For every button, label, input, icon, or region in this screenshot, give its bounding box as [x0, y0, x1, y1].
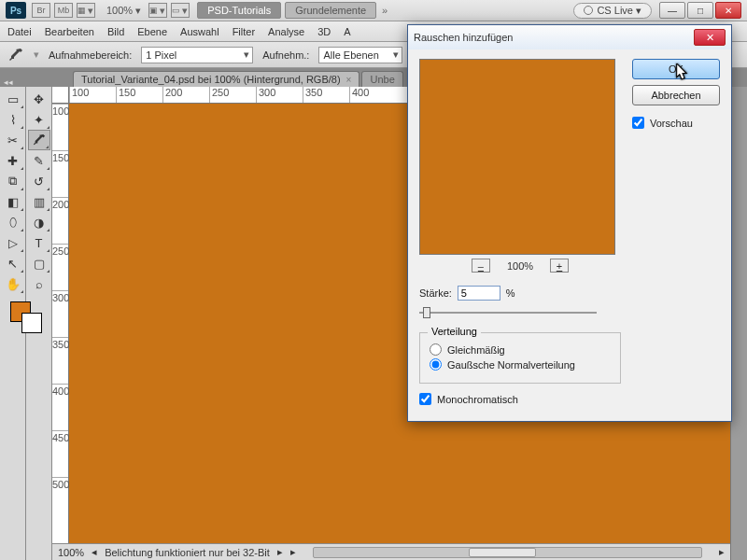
status-bar: 100% ◂ Belichtung funktioniert nur bei 3…	[52, 543, 730, 560]
dialog-close-button[interactable]: ✕	[694, 29, 726, 46]
screenmode-button[interactable]: ▭▾	[171, 3, 190, 18]
uniform-label: Gleichmäßig	[447, 344, 505, 356]
window-minimize-button[interactable]: —	[659, 2, 685, 19]
amount-unit: %	[506, 287, 515, 299]
menu-datei[interactable]: Datei	[7, 26, 32, 37]
status-menu-icon[interactable]: ▸	[290, 546, 296, 558]
amount-label: Stärke:	[419, 287, 452, 299]
amount-input[interactable]	[458, 286, 500, 301]
menu-auswahl[interactable]: Auswahl	[180, 26, 219, 37]
menu-filter[interactable]: Filter	[233, 26, 255, 37]
minibridge-button[interactable]: Mb	[54, 3, 73, 18]
document-tab-1[interactable]: Tutorial_Variante_04.psd bei 100% (Hinte…	[73, 71, 359, 87]
ruler-tick: 400	[349, 87, 396, 103]
zoom-dropdown[interactable]: 100% ▾	[106, 5, 141, 17]
crop-tool[interactable]: ✂	[2, 130, 24, 150]
dodge-tool[interactable]: ◑	[28, 212, 50, 232]
gradient-tool[interactable]: ▥	[28, 191, 50, 212]
ruler-tick: 150	[116, 87, 162, 103]
add-noise-dialog: Rauschen hinzufügen ✕ – 100% + Stärke: %	[407, 24, 732, 422]
monochromatic-checkbox[interactable]: Monochromatisch	[419, 393, 621, 405]
ruler-tick: 500	[52, 477, 68, 524]
cslive-button[interactable]: CS Live ▾	[573, 3, 652, 19]
document-tab-2-label: Unbe	[370, 74, 394, 85]
ruler-tick: 200	[162, 87, 209, 103]
workspace-tab-grundelemente[interactable]: Grundelemente	[285, 2, 376, 19]
shape-tool[interactable]: ▢	[28, 253, 50, 273]
ruler-tick: 300	[256, 87, 303, 103]
wand-tool[interactable]: ✦	[28, 109, 50, 130]
ruler-origin[interactable]	[52, 87, 69, 104]
zoom-out-button[interactable]: –	[472, 259, 490, 273]
eyedropper-tool[interactable]	[28, 130, 50, 150]
right-panel-dock[interactable]	[730, 87, 747, 560]
brush-tool[interactable]: ✎	[28, 150, 50, 171]
preview-checkbox[interactable]: Vorschau	[632, 117, 720, 129]
menu-analyse[interactable]: Analyse	[268, 26, 304, 37]
status-nav-right-icon[interactable]: ▸	[277, 546, 283, 558]
path-tool[interactable]: ↖	[2, 253, 24, 273]
background-swatch[interactable]	[21, 313, 42, 333]
dialog-titlebar[interactable]: Rauschen hinzufügen ✕	[408, 25, 731, 49]
menu-ebene[interactable]: Ebene	[137, 26, 167, 37]
sample-layers-label: Aufnehm.:	[262, 49, 309, 61]
gaussian-radio[interactable]: Gaußsche Normalverteilung	[430, 358, 611, 371]
window-close-button[interactable]: ✕	[715, 2, 741, 19]
monochromatic-label: Monochromatisch	[437, 394, 518, 405]
type-tool[interactable]: T	[28, 232, 50, 253]
menu-3d[interactable]: 3D	[317, 26, 331, 37]
eraser-tool[interactable]: ◧	[2, 191, 24, 212]
tab-scroll-left-icon[interactable]: ◂◂	[4, 77, 13, 87]
dialog-preview[interactable]	[419, 59, 615, 255]
ok-button[interactable]: OK	[632, 59, 720, 79]
ruler-tick: 150	[52, 150, 68, 197]
move-tool[interactable]: ✥	[28, 89, 50, 109]
ruler-tick: 350	[52, 337, 68, 384]
view-extra1-button[interactable]: ▣▾	[148, 3, 167, 18]
horizontal-scrollbar[interactable]	[313, 547, 702, 558]
hand-tool[interactable]: ✋	[2, 273, 24, 294]
zoom-tool[interactable]: ⌕	[28, 273, 50, 294]
sample-layers-dropdown[interactable]: Alle Ebenen	[318, 47, 402, 63]
color-swatches[interactable]	[7, 300, 49, 337]
window-maximize-button[interactable]: □	[687, 2, 713, 19]
sample-size-dropdown[interactable]: 1 Pixel	[141, 47, 253, 63]
ruler-tick: 250	[209, 87, 256, 103]
uniform-radio[interactable]: Gleichmäßig	[430, 343, 611, 356]
bridge-button[interactable]: Br	[32, 3, 50, 18]
marquee-tool[interactable]: ▭	[2, 89, 24, 109]
ruler-vertical[interactable]: 100 150 200 250 300 350 400 450 500	[52, 104, 69, 543]
ruler-tick: 250	[52, 244, 68, 290]
layout-button[interactable]: ▦▾	[77, 3, 95, 18]
distribution-legend: Verteilung	[428, 326, 481, 337]
zoom-in-button[interactable]: +	[550, 259, 569, 273]
cancel-button[interactable]: Abbrechen	[632, 85, 720, 105]
workspace-tab-tutorials[interactable]: PSD-Tutorials	[197, 2, 281, 19]
sample-size-label: Aufnahmebereich:	[49, 49, 132, 61]
healing-tool[interactable]: ✚	[2, 150, 24, 171]
menu-bild[interactable]: Bild	[107, 26, 124, 37]
workspace-more-icon[interactable]: »	[382, 5, 388, 16]
ruler-tick: 350	[303, 87, 349, 103]
dialog-title: Rauschen hinzufügen	[414, 32, 513, 43]
status-info: Belichtung funktioniert nur bei 32-Bit	[105, 547, 270, 558]
tools-panel-col2: ✥ ✦ ✎ ↺ ▥ ◑ T ▢ ⌕	[26, 87, 52, 560]
status-zoom[interactable]: 100%	[58, 547, 84, 558]
pen-tool[interactable]: ▷	[2, 232, 24, 253]
lasso-tool[interactable]: ⌇	[2, 109, 24, 130]
gaussian-label: Gaußsche Normalverteilung	[447, 359, 575, 371]
close-tab-icon[interactable]: ×	[346, 75, 352, 85]
document-tab-2[interactable]: Unbe	[361, 71, 402, 87]
scroll-right-icon[interactable]: ▸	[719, 546, 725, 558]
menu-bearbeiten[interactable]: Bearbeiten	[45, 26, 94, 37]
history-brush-tool[interactable]: ↺	[28, 171, 50, 191]
ruler-tick: 100	[52, 104, 68, 150]
blur-tool[interactable]: ⬯	[2, 212, 24, 232]
menu-ansicht[interactable]: A	[344, 26, 350, 37]
svg-rect-5	[420, 60, 614, 254]
status-nav-left-icon[interactable]: ◂	[92, 546, 97, 558]
zoom-percent: 100%	[507, 260, 533, 272]
distribution-group: Verteilung Gleichmäßig Gaußsche Normalve…	[419, 332, 621, 384]
amount-slider[interactable]	[419, 306, 597, 319]
stamp-tool[interactable]: ⧉	[2, 171, 24, 191]
